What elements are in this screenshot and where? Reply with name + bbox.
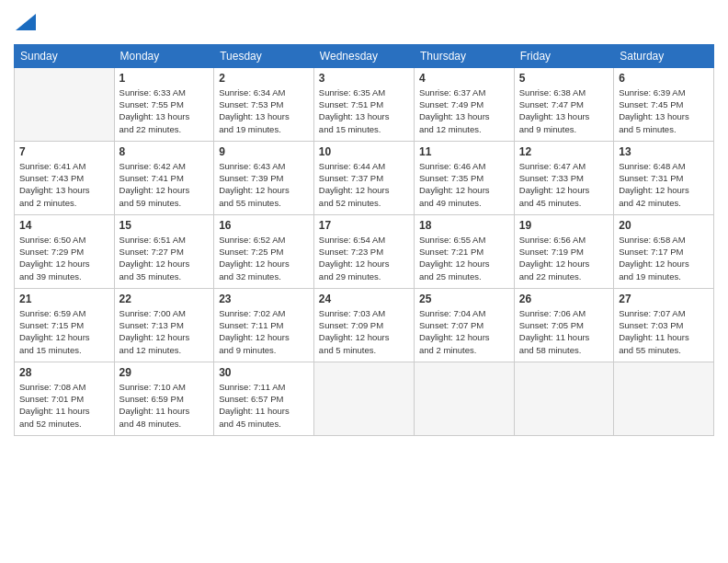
header [14, 14, 714, 33]
day-number: 19 [519, 219, 609, 232]
col-header-tuesday: Tuesday [214, 44, 314, 67]
week-row-2: 7Sunrise: 6:41 AM Sunset: 7:43 PM Daylig… [15, 141, 714, 214]
calendar-cell: 4Sunrise: 6:37 AM Sunset: 7:49 PM Daylig… [414, 67, 514, 141]
day-info: Sunrise: 6:46 AM Sunset: 7:35 PM Dayligh… [419, 160, 509, 209]
svg-marker-0 [16, 14, 36, 30]
calendar-cell: 2Sunrise: 6:34 AM Sunset: 7:53 PM Daylig… [214, 67, 314, 141]
day-info: Sunrise: 6:37 AM Sunset: 7:49 PM Dayligh… [419, 86, 509, 135]
day-info: Sunrise: 6:50 AM Sunset: 7:29 PM Dayligh… [19, 234, 109, 282]
day-info: Sunrise: 6:48 AM Sunset: 7:31 PM Dayligh… [619, 160, 709, 209]
day-number: 17 [319, 219, 409, 232]
col-header-sunday: Sunday [15, 44, 115, 67]
day-info: Sunrise: 6:38 AM Sunset: 7:47 PM Dayligh… [519, 86, 609, 135]
day-info: Sunrise: 7:03 AM Sunset: 7:09 PM Dayligh… [319, 307, 409, 356]
day-info: Sunrise: 6:33 AM Sunset: 7:55 PM Dayligh… [119, 86, 210, 135]
day-number: 26 [519, 293, 609, 305]
day-info: Sunrise: 6:52 AM Sunset: 7:25 PM Dayligh… [219, 234, 309, 282]
calendar-cell: 14Sunrise: 6:50 AM Sunset: 7:29 PM Dayli… [15, 214, 115, 288]
day-number: 30 [219, 366, 309, 379]
calendar-cell: 23Sunrise: 7:02 AM Sunset: 7:11 PM Dayli… [214, 288, 314, 362]
day-info: Sunrise: 6:58 AM Sunset: 7:17 PM Dayligh… [619, 234, 709, 282]
calendar-cell: 17Sunrise: 6:54 AM Sunset: 7:23 PM Dayli… [313, 214, 414, 288]
day-info: Sunrise: 7:04 AM Sunset: 7:07 PM Dayligh… [419, 307, 509, 356]
day-number: 7 [19, 145, 109, 158]
day-info: Sunrise: 6:41 AM Sunset: 7:43 PM Dayligh… [19, 160, 109, 209]
calendar-cell [614, 362, 714, 435]
day-number: 3 [319, 72, 409, 85]
calendar-cell: 7Sunrise: 6:41 AM Sunset: 7:43 PM Daylig… [15, 141, 115, 214]
calendar-cell: 6Sunrise: 6:39 AM Sunset: 7:45 PM Daylig… [614, 67, 714, 141]
calendar-cell: 21Sunrise: 6:59 AM Sunset: 7:15 PM Dayli… [15, 288, 115, 362]
calendar-cell: 5Sunrise: 6:38 AM Sunset: 7:47 PM Daylig… [514, 67, 613, 141]
calendar-cell: 24Sunrise: 7:03 AM Sunset: 7:09 PM Dayli… [313, 288, 414, 362]
day-number: 4 [419, 72, 509, 85]
day-number: 10 [319, 145, 409, 158]
day-number: 2 [219, 72, 309, 85]
calendar-cell: 30Sunrise: 7:11 AM Sunset: 6:57 PM Dayli… [214, 362, 314, 435]
day-number: 29 [119, 366, 210, 379]
day-info: Sunrise: 6:59 AM Sunset: 7:15 PM Dayligh… [19, 307, 109, 356]
calendar-cell: 18Sunrise: 6:55 AM Sunset: 7:21 PM Dayli… [414, 214, 514, 288]
day-number: 18 [419, 219, 509, 232]
day-number: 24 [319, 293, 409, 305]
col-header-wednesday: Wednesday [313, 44, 414, 67]
calendar-cell: 12Sunrise: 6:47 AM Sunset: 7:33 PM Dayli… [514, 141, 613, 214]
day-number: 28 [19, 366, 109, 379]
week-row-3: 14Sunrise: 6:50 AM Sunset: 7:29 PM Dayli… [15, 214, 714, 288]
day-number: 11 [419, 145, 509, 158]
calendar-cell: 9Sunrise: 6:43 AM Sunset: 7:39 PM Daylig… [214, 141, 314, 214]
day-number: 15 [119, 219, 210, 232]
calendar-cell: 8Sunrise: 6:42 AM Sunset: 7:41 PM Daylig… [114, 141, 214, 214]
day-info: Sunrise: 7:02 AM Sunset: 7:11 PM Dayligh… [219, 307, 309, 356]
day-info: Sunrise: 7:06 AM Sunset: 7:05 PM Dayligh… [519, 307, 609, 356]
day-info: Sunrise: 6:43 AM Sunset: 7:39 PM Dayligh… [219, 160, 309, 209]
calendar-cell: 16Sunrise: 6:52 AM Sunset: 7:25 PM Dayli… [214, 214, 314, 288]
calendar-cell [313, 362, 414, 435]
day-info: Sunrise: 7:00 AM Sunset: 7:13 PM Dayligh… [119, 307, 210, 356]
day-number: 8 [119, 145, 210, 158]
logo [14, 14, 36, 33]
day-number: 12 [519, 145, 609, 158]
calendar-cell: 25Sunrise: 7:04 AM Sunset: 7:07 PM Dayli… [414, 288, 514, 362]
day-number: 16 [219, 219, 309, 232]
day-info: Sunrise: 6:42 AM Sunset: 7:41 PM Dayligh… [119, 160, 210, 209]
week-row-4: 21Sunrise: 6:59 AM Sunset: 7:15 PM Dayli… [15, 288, 714, 362]
calendar-cell [514, 362, 613, 435]
day-info: Sunrise: 6:55 AM Sunset: 7:21 PM Dayligh… [419, 234, 509, 282]
day-number: 23 [219, 293, 309, 305]
day-number: 6 [619, 72, 709, 85]
col-header-saturday: Saturday [614, 44, 714, 67]
col-header-thursday: Thursday [414, 44, 514, 67]
calendar-cell: 27Sunrise: 7:07 AM Sunset: 7:03 PM Dayli… [614, 288, 714, 362]
day-info: Sunrise: 6:54 AM Sunset: 7:23 PM Dayligh… [319, 234, 409, 282]
calendar-cell: 15Sunrise: 6:51 AM Sunset: 7:27 PM Dayli… [114, 214, 214, 288]
calendar-cell: 22Sunrise: 7:00 AM Sunset: 7:13 PM Dayli… [114, 288, 214, 362]
calendar-cell: 20Sunrise: 6:58 AM Sunset: 7:17 PM Dayli… [614, 214, 714, 288]
calendar-cell: 26Sunrise: 7:06 AM Sunset: 7:05 PM Dayli… [514, 288, 613, 362]
day-number: 20 [619, 219, 709, 232]
day-info: Sunrise: 7:07 AM Sunset: 7:03 PM Dayligh… [619, 307, 709, 356]
calendar-cell: 1Sunrise: 6:33 AM Sunset: 7:55 PM Daylig… [114, 67, 214, 141]
week-row-1: 1Sunrise: 6:33 AM Sunset: 7:55 PM Daylig… [15, 67, 714, 141]
day-info: Sunrise: 6:56 AM Sunset: 7:19 PM Dayligh… [519, 234, 609, 282]
day-info: Sunrise: 6:35 AM Sunset: 7:51 PM Dayligh… [319, 86, 409, 135]
calendar-cell [414, 362, 514, 435]
day-number: 21 [19, 293, 109, 305]
col-header-friday: Friday [514, 44, 613, 67]
calendar-cell: 28Sunrise: 7:08 AM Sunset: 7:01 PM Dayli… [15, 362, 115, 435]
calendar-cell: 19Sunrise: 6:56 AM Sunset: 7:19 PM Dayli… [514, 214, 613, 288]
logo-icon [16, 14, 36, 30]
week-row-5: 28Sunrise: 7:08 AM Sunset: 7:01 PM Dayli… [15, 362, 714, 435]
calendar-cell: 3Sunrise: 6:35 AM Sunset: 7:51 PM Daylig… [313, 67, 414, 141]
col-header-monday: Monday [114, 44, 214, 67]
day-number: 14 [19, 219, 109, 232]
calendar-cell: 10Sunrise: 6:44 AM Sunset: 7:37 PM Dayli… [313, 141, 414, 214]
day-info: Sunrise: 6:47 AM Sunset: 7:33 PM Dayligh… [519, 160, 609, 209]
day-number: 13 [619, 145, 709, 158]
day-info: Sunrise: 7:08 AM Sunset: 7:01 PM Dayligh… [19, 381, 109, 430]
calendar-header-row: SundayMondayTuesdayWednesdayThursdayFrid… [15, 44, 714, 67]
calendar-cell: 11Sunrise: 6:46 AM Sunset: 7:35 PM Dayli… [414, 141, 514, 214]
day-info: Sunrise: 6:39 AM Sunset: 7:45 PM Dayligh… [619, 86, 709, 135]
day-number: 9 [219, 145, 309, 158]
day-number: 5 [519, 72, 609, 85]
